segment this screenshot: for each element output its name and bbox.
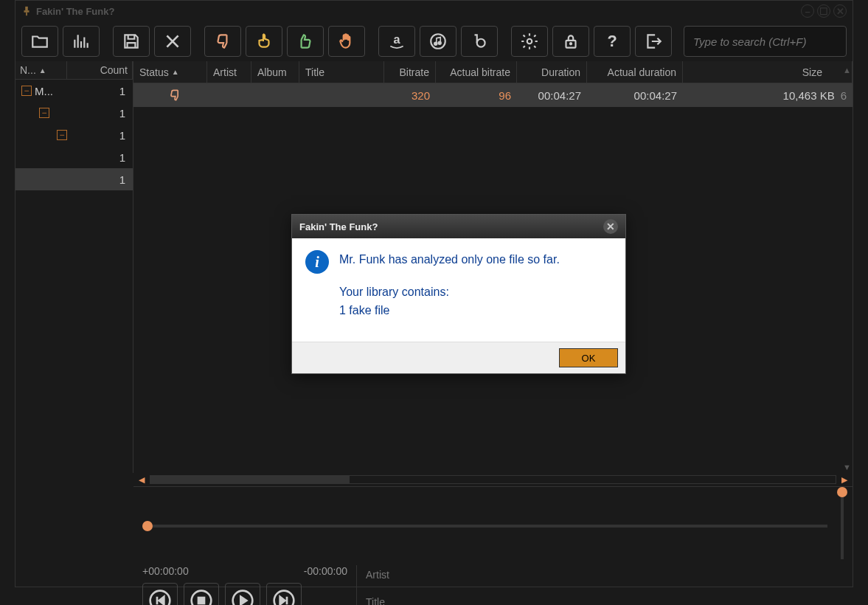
info-icon: i bbox=[305, 250, 329, 274]
sidebar-row[interactable]: −1 bbox=[15, 124, 133, 146]
scroll-left-icon[interactable]: ◀ bbox=[136, 474, 147, 485]
save-button[interactable] bbox=[113, 26, 150, 57]
svg-text:a: a bbox=[393, 32, 400, 46]
maximize-button[interactable]: ☐ bbox=[817, 4, 830, 18]
svg-rect-1 bbox=[24, 10, 29, 13]
cell-duration: 00:04:27 bbox=[517, 83, 587, 107]
grid-row[interactable]: 320 96 00:04:27 00:04:27 10,463 KB6 bbox=[133, 83, 853, 107]
thumbs-down-icon bbox=[167, 88, 182, 103]
collapse-icon[interactable]: − bbox=[39, 108, 49, 118]
app-logo-icon bbox=[21, 6, 32, 16]
mark-stop-button[interactable] bbox=[328, 26, 365, 57]
col-artist[interactable]: Artist bbox=[207, 61, 251, 83]
floppy-icon bbox=[122, 32, 141, 51]
thumbs-up-icon bbox=[296, 32, 315, 51]
minimize-button[interactable]: – bbox=[801, 4, 814, 18]
close-button[interactable]: ✕ bbox=[833, 4, 847, 18]
next-button[interactable] bbox=[266, 583, 302, 605]
dialog-title: Fakin' The Funk? bbox=[299, 221, 378, 232]
collapse-icon[interactable]: − bbox=[57, 130, 67, 140]
sidebar-row[interactable]: −1 bbox=[15, 102, 133, 124]
prev-button[interactable] bbox=[142, 583, 178, 605]
folder-icon bbox=[30, 32, 49, 51]
col-actual-duration[interactable]: Actual duration bbox=[587, 61, 683, 83]
dialog-close-button[interactable]: ✕ bbox=[603, 219, 618, 234]
play-icon bbox=[231, 589, 254, 605]
h-scrollbar[interactable]: ◀ ▶ bbox=[133, 473, 853, 486]
svg-point-7 bbox=[477, 39, 485, 47]
mark-fake-button[interactable] bbox=[204, 26, 241, 57]
svg-point-5 bbox=[434, 43, 437, 45]
svg-point-6 bbox=[439, 42, 441, 44]
volume-slider[interactable] bbox=[841, 490, 844, 559]
title-bar: Fakin' The Funk? – ☐ ✕ bbox=[15, 1, 853, 21]
col-actual-bitrate[interactable]: Actual bitrate bbox=[436, 61, 517, 83]
col-album[interactable]: Album bbox=[251, 61, 299, 83]
sidebar-col-name[interactable]: N...▲ bbox=[15, 61, 67, 79]
lock-button[interactable] bbox=[552, 26, 589, 57]
col-status[interactable]: Status▲ bbox=[133, 61, 207, 83]
sidebar: N...▲ Count −M...1 −1 −1 1 1 bbox=[15, 61, 133, 473]
exit-button[interactable] bbox=[635, 26, 672, 57]
scroll-down-icon[interactable]: ▼ bbox=[843, 463, 851, 471]
scroll-up-icon[interactable]: ▲ bbox=[843, 66, 851, 75]
lock-icon bbox=[561, 32, 580, 51]
col-size[interactable]: Size bbox=[683, 61, 853, 83]
svg-point-12 bbox=[150, 591, 170, 605]
ok-button[interactable]: OK bbox=[559, 348, 618, 367]
x-icon bbox=[163, 32, 182, 51]
search-input[interactable] bbox=[684, 26, 847, 57]
time-elapsed: +00:00:00 bbox=[142, 565, 189, 577]
svg-point-4 bbox=[431, 34, 445, 49]
itunes-button[interactable] bbox=[420, 26, 456, 57]
col-bitrate[interactable]: Bitrate bbox=[384, 61, 436, 83]
svg-point-10 bbox=[570, 43, 572, 44]
svg-text:?: ? bbox=[607, 32, 617, 50]
cell-actual-duration: 00:04:27 bbox=[587, 83, 683, 107]
stop-button[interactable] bbox=[184, 583, 219, 605]
player: +00:00:00 -00:00:00 Artist Title bbox=[133, 486, 853, 605]
sidebar-rows: −M...1 −1 −1 1 1 bbox=[15, 80, 133, 473]
cell-artist bbox=[207, 83, 251, 107]
col-title[interactable]: Title bbox=[299, 61, 384, 83]
svg-rect-2 bbox=[26, 13, 27, 15]
open-folder-button[interactable] bbox=[21, 26, 58, 57]
scroll-track[interactable] bbox=[150, 475, 836, 484]
analyze-button[interactable] bbox=[63, 26, 100, 57]
col-duration[interactable]: Duration bbox=[517, 61, 587, 83]
beatport-button[interactable] bbox=[461, 26, 498, 57]
meta-title-label: Title bbox=[366, 596, 410, 605]
svg-point-8 bbox=[527, 39, 532, 44]
stop-icon bbox=[190, 589, 213, 605]
sidebar-row[interactable]: 1 bbox=[15, 168, 133, 190]
info-dialog: Fakin' The Funk? ✕ i Mr. Funk has analyz… bbox=[291, 214, 626, 374]
itunes-icon bbox=[428, 32, 448, 51]
mark-attention-button[interactable] bbox=[246, 26, 282, 57]
skip-next-icon bbox=[272, 589, 296, 605]
sidebar-row[interactable]: 1 bbox=[15, 146, 133, 168]
toolbar: a ? bbox=[15, 21, 853, 61]
volume-handle[interactable] bbox=[837, 487, 847, 497]
scroll-thumb[interactable] bbox=[150, 476, 350, 483]
svg-point-16 bbox=[274, 591, 294, 605]
settings-button[interactable] bbox=[511, 26, 548, 57]
sort-asc-icon: ▲ bbox=[39, 66, 46, 75]
seek-slider[interactable] bbox=[142, 525, 827, 528]
sort-asc-icon: ▲ bbox=[172, 68, 179, 76]
seek-handle[interactable] bbox=[142, 521, 153, 531]
sidebar-row[interactable]: −M...1 bbox=[15, 80, 133, 102]
collapse-icon[interactable]: − bbox=[21, 86, 32, 96]
sidebar-col-count[interactable]: Count bbox=[67, 61, 133, 79]
cell-title bbox=[299, 83, 384, 107]
grid-header: Status▲ Artist Album Title Bitrate Actua… bbox=[133, 61, 853, 83]
hand-icon bbox=[337, 32, 356, 51]
thumbs-down-icon bbox=[213, 32, 232, 51]
mark-real-button[interactable] bbox=[287, 26, 324, 57]
delete-button[interactable] bbox=[154, 26, 191, 57]
amazon-button[interactable]: a bbox=[378, 26, 415, 57]
play-button[interactable] bbox=[225, 583, 260, 605]
dialog-titlebar[interactable]: Fakin' The Funk? ✕ bbox=[292, 215, 625, 238]
help-button[interactable]: ? bbox=[594, 26, 631, 57]
cell-actual-bitrate: 96 bbox=[436, 83, 517, 107]
scroll-right-icon[interactable]: ▶ bbox=[839, 474, 850, 485]
